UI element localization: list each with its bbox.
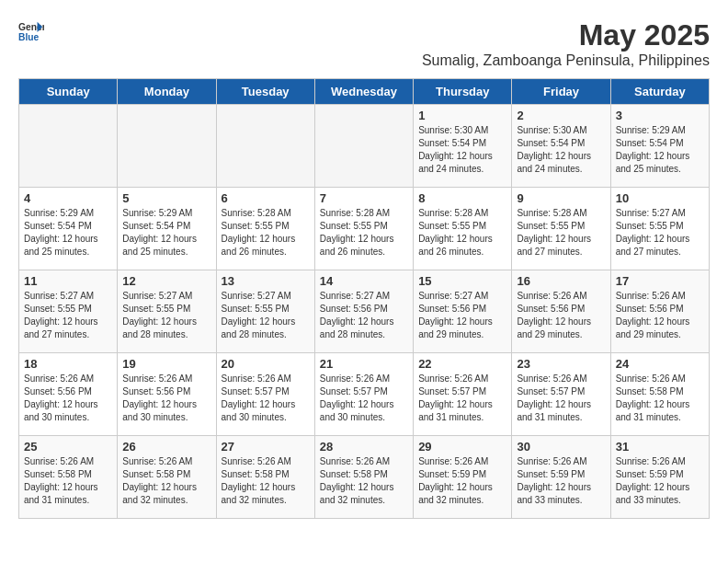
cell-date: 25 — [24, 440, 112, 454]
week-row-2: 4Sunrise: 5:29 AMSunset: 5:54 PMDaylight… — [19, 188, 710, 270]
cell-date: 4 — [24, 191, 112, 205]
calendar-cell: 15Sunrise: 5:27 AMSunset: 5:56 PMDayligh… — [414, 270, 512, 353]
week-row-3: 11Sunrise: 5:27 AMSunset: 5:55 PMDayligh… — [19, 270, 710, 353]
day-header-monday: Monday — [118, 79, 216, 105]
cell-info: Sunrise: 5:27 AMSunset: 5:55 PMDaylight:… — [222, 290, 310, 341]
calendar-cell: 1Sunrise: 5:30 AMSunset: 5:54 PMDaylight… — [414, 105, 512, 188]
calendar-cell: 7Sunrise: 5:28 AMSunset: 5:55 PMDaylight… — [314, 188, 413, 270]
day-header-thursday: Thursday — [414, 79, 512, 105]
cell-date: 23 — [517, 357, 605, 371]
cell-date: 17 — [616, 274, 704, 288]
cell-date: 30 — [517, 440, 605, 454]
calendar-cell: 9Sunrise: 5:28 AMSunset: 5:55 PMDaylight… — [512, 188, 610, 270]
cell-info: Sunrise: 5:26 AMSunset: 5:59 PMDaylight:… — [517, 455, 605, 507]
cell-date: 11 — [24, 274, 112, 288]
cell-date: 10 — [616, 191, 704, 205]
cell-date: 29 — [418, 440, 506, 454]
cell-info: Sunrise: 5:26 AMSunset: 5:59 PMDaylight:… — [616, 455, 704, 507]
cell-date: 15 — [418, 274, 506, 288]
calendar-cell: 4Sunrise: 5:29 AMSunset: 5:54 PMDaylight… — [19, 188, 118, 270]
calendar-cell: 29Sunrise: 5:26 AMSunset: 5:59 PMDayligh… — [414, 436, 512, 519]
cell-info: Sunrise: 5:27 AMSunset: 5:56 PMDaylight:… — [320, 290, 408, 341]
cell-date: 31 — [616, 440, 704, 454]
cell-info: Sunrise: 5:28 AMSunset: 5:55 PMDaylight:… — [222, 207, 310, 259]
calendar-cell: 23Sunrise: 5:26 AMSunset: 5:57 PMDayligh… — [512, 353, 610, 436]
cell-info: Sunrise: 5:30 AMSunset: 5:54 PMDaylight:… — [517, 124, 605, 176]
calendar-cell: 27Sunrise: 5:26 AMSunset: 5:58 PMDayligh… — [216, 436, 314, 519]
cell-date: 9 — [517, 191, 605, 205]
cell-info: Sunrise: 5:26 AMSunset: 5:56 PMDaylight:… — [616, 290, 704, 341]
logo-icon: General Blue — [18, 18, 44, 44]
logo: General Blue — [18, 18, 44, 44]
cell-date: 5 — [122, 191, 210, 205]
calendar-cell: 16Sunrise: 5:26 AMSunset: 5:56 PMDayligh… — [512, 270, 610, 353]
cell-date: 19 — [122, 357, 210, 371]
calendar-cell: 28Sunrise: 5:26 AMSunset: 5:58 PMDayligh… — [314, 436, 413, 519]
calendar-cell: 11Sunrise: 5:27 AMSunset: 5:55 PMDayligh… — [19, 270, 118, 353]
calendar-cell: 19Sunrise: 5:26 AMSunset: 5:56 PMDayligh… — [118, 353, 216, 436]
cell-date: 6 — [222, 191, 310, 205]
cell-date: 1 — [418, 109, 506, 122]
day-header-sunday: Sunday — [19, 79, 118, 105]
cell-info: Sunrise: 5:26 AMSunset: 5:58 PMDaylight:… — [24, 455, 112, 507]
page-header: General Blue May 2025 Sumalig, Zamboanga… — [18, 18, 710, 69]
calendar-cell: 12Sunrise: 5:27 AMSunset: 5:55 PMDayligh… — [118, 270, 216, 353]
cell-info: Sunrise: 5:26 AMSunset: 5:56 PMDaylight:… — [24, 373, 112, 424]
cell-info: Sunrise: 5:27 AMSunset: 5:55 PMDaylight:… — [122, 290, 210, 341]
cell-info: Sunrise: 5:26 AMSunset: 5:58 PMDaylight:… — [222, 455, 310, 507]
cell-date: 27 — [222, 440, 310, 454]
cell-info: Sunrise: 5:26 AMSunset: 5:58 PMDaylight:… — [320, 455, 408, 507]
calendar-cell: 22Sunrise: 5:26 AMSunset: 5:57 PMDayligh… — [414, 353, 512, 436]
cell-date: 26 — [122, 440, 210, 454]
day-header-saturday: Saturday — [610, 79, 709, 105]
calendar-cell: 25Sunrise: 5:26 AMSunset: 5:58 PMDayligh… — [19, 436, 118, 519]
cell-date: 21 — [320, 357, 408, 371]
day-header-tuesday: Tuesday — [216, 79, 314, 105]
day-header-wednesday: Wednesday — [314, 79, 413, 105]
cell-info: Sunrise: 5:29 AMSunset: 5:54 PMDaylight:… — [24, 207, 112, 259]
cell-date: 20 — [222, 357, 310, 371]
cell-info: Sunrise: 5:26 AMSunset: 5:56 PMDaylight:… — [122, 373, 210, 424]
cell-date: 13 — [222, 274, 310, 288]
cell-date: 3 — [616, 109, 704, 122]
calendar-cell — [19, 105, 118, 188]
cell-info: Sunrise: 5:27 AMSunset: 5:56 PMDaylight:… — [418, 290, 506, 341]
calendar-cell: 10Sunrise: 5:27 AMSunset: 5:55 PMDayligh… — [610, 188, 709, 270]
cell-date: 16 — [517, 274, 605, 288]
cell-date: 28 — [320, 440, 408, 454]
calendar-cell: 6Sunrise: 5:28 AMSunset: 5:55 PMDaylight… — [216, 188, 314, 270]
calendar-cell: 8Sunrise: 5:28 AMSunset: 5:55 PMDaylight… — [414, 188, 512, 270]
cell-info: Sunrise: 5:28 AMSunset: 5:55 PMDaylight:… — [517, 207, 605, 259]
calendar-cell: 17Sunrise: 5:26 AMSunset: 5:56 PMDayligh… — [610, 270, 709, 353]
cell-info: Sunrise: 5:28 AMSunset: 5:55 PMDaylight:… — [418, 207, 506, 259]
cell-info: Sunrise: 5:30 AMSunset: 5:54 PMDaylight:… — [418, 124, 506, 176]
cell-date: 12 — [122, 274, 210, 288]
month-year-title: May 2025 — [422, 18, 710, 52]
calendar-cell: 14Sunrise: 5:27 AMSunset: 5:56 PMDayligh… — [314, 270, 413, 353]
cell-info: Sunrise: 5:29 AMSunset: 5:54 PMDaylight:… — [122, 207, 210, 259]
cell-info: Sunrise: 5:29 AMSunset: 5:54 PMDaylight:… — [616, 124, 704, 176]
week-row-4: 18Sunrise: 5:26 AMSunset: 5:56 PMDayligh… — [19, 353, 710, 436]
calendar-cell — [314, 105, 413, 188]
week-row-5: 25Sunrise: 5:26 AMSunset: 5:58 PMDayligh… — [19, 436, 710, 519]
calendar-cell — [118, 105, 216, 188]
title-section: May 2025 Sumalig, Zamboanga Peninsula, P… — [422, 18, 710, 69]
cell-info: Sunrise: 5:27 AMSunset: 5:55 PMDaylight:… — [24, 290, 112, 341]
cell-date: 7 — [320, 191, 408, 205]
cell-info: Sunrise: 5:26 AMSunset: 5:59 PMDaylight:… — [418, 455, 506, 507]
cell-info: Sunrise: 5:26 AMSunset: 5:57 PMDaylight:… — [418, 373, 506, 424]
calendar-cell: 21Sunrise: 5:26 AMSunset: 5:57 PMDayligh… — [314, 353, 413, 436]
cell-date: 22 — [418, 357, 506, 371]
cell-date: 24 — [616, 357, 704, 371]
week-row-1: 1Sunrise: 5:30 AMSunset: 5:54 PMDaylight… — [19, 105, 710, 188]
calendar-cell: 13Sunrise: 5:27 AMSunset: 5:55 PMDayligh… — [216, 270, 314, 353]
calendar-table: SundayMondayTuesdayWednesdayThursdayFrid… — [18, 78, 710, 519]
day-header-friday: Friday — [512, 79, 610, 105]
cell-info: Sunrise: 5:26 AMSunset: 5:57 PMDaylight:… — [517, 373, 605, 424]
calendar-cell: 30Sunrise: 5:26 AMSunset: 5:59 PMDayligh… — [512, 436, 610, 519]
location-subtitle: Sumalig, Zamboanga Peninsula, Philippine… — [422, 52, 710, 69]
cell-info: Sunrise: 5:26 AMSunset: 5:58 PMDaylight:… — [122, 455, 210, 507]
cell-info: Sunrise: 5:26 AMSunset: 5:57 PMDaylight:… — [320, 373, 408, 424]
cell-info: Sunrise: 5:28 AMSunset: 5:55 PMDaylight:… — [320, 207, 408, 259]
cell-info: Sunrise: 5:27 AMSunset: 5:55 PMDaylight:… — [616, 207, 704, 259]
